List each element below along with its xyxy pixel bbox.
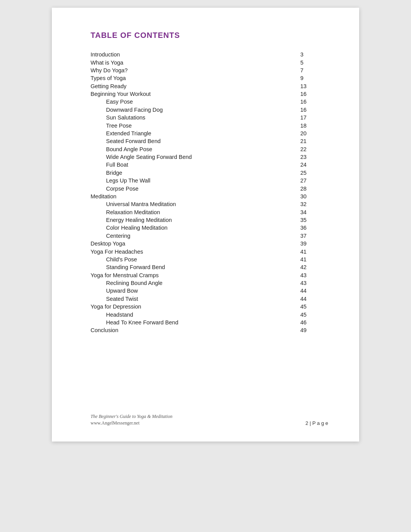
toc-entry-label: Legs Up The Wall [91,177,293,184]
toc-entry-label: Sun Salutations [91,114,293,121]
toc-row: Relaxation Meditation34 [91,208,328,216]
toc-row: Color Healing Meditation36 [91,224,328,232]
toc-row: Full Boat24 [91,161,328,169]
toc-row: Wide Angle Seating Forward Bend23 [91,153,328,161]
toc-entry-page: 16 [293,98,328,106]
toc-entry-page: 30 [293,193,328,200]
toc-entry-page: 41 [293,247,328,255]
toc-entry-label: Beginning Your Workout [91,90,293,98]
toc-entry-label: Why Do Yoga? [91,66,293,74]
toc-row: Centering37 [91,232,328,240]
toc-entry-label: Tree Pose [91,121,293,129]
toc-entry-label: Color Healing Meditation [91,224,293,232]
toc-entry-label: Yoga For Headaches [91,247,293,255]
toc-entry-label: Full Boat [91,161,293,169]
toc-entry-label: Bound Angle Pose [91,145,293,153]
toc-entry-page: 25 [293,169,328,177]
toc-entry-page: 34 [293,208,328,216]
toc-entry-page: 43 [293,279,328,287]
toc-entry-page: 21 [293,137,328,145]
toc-entry-label: Desktop Yoga [91,240,293,247]
toc-entry-page: 5 [293,58,328,66]
toc-entry-page: 23 [293,153,328,161]
toc-row: Desktop Yoga39 [91,240,328,247]
toc-row: Upward Bow44 [91,287,328,295]
toc-entry-label: Centering [91,232,293,240]
toc-entry-label: Downward Facing Dog [91,106,293,114]
toc-entry-page: 44 [293,287,328,295]
toc-entry-page: 13 [293,82,328,90]
toc-table: Introduction3What is Yoga5Why Do Yoga?7T… [91,51,328,334]
toc-entry-label: Energy Healing Meditation [91,216,293,224]
toc-row: Tree Pose18 [91,121,328,129]
toc-entry-label: Seated Forward Bend [91,137,293,145]
toc-entry-page: 16 [293,90,328,98]
toc-entry-page: 44 [293,295,328,303]
toc-entry-page: 9 [293,74,328,82]
toc-entry-label: Extended Triangle [91,130,293,137]
footer-book-title: The Beginner's Guide to Yoga & Meditatio… [91,413,328,420]
toc-entry-page: 17 [293,114,328,121]
toc-entry-label: Upward Bow [91,287,293,295]
toc-row: Types of Yoga9 [91,74,328,82]
toc-row: Easy Pose16 [91,98,328,106]
toc-entry-page: 39 [293,240,328,247]
toc-row: Standing Forward Bend42 [91,263,328,271]
toc-entry-page: 35 [293,216,328,224]
toc-entry-label: Relaxation Meditation [91,208,293,216]
toc-row: Yoga for Depression45 [91,303,328,310]
toc-entry-page: 43 [293,271,328,279]
toc-entry-label: Yoga for Depression [91,303,293,310]
toc-entry-page: 42 [293,263,328,271]
toc-row: Why Do Yoga?7 [91,66,328,74]
toc-entry-label: Child's Pose [91,256,293,263]
toc-row: Reclining Bound Angle43 [91,279,328,287]
toc-entry-page: 22 [293,145,328,153]
toc-entry-page: 20 [293,130,328,137]
toc-row: Child's Pose41 [91,256,328,263]
toc-row: What is Yoga5 [91,58,328,66]
toc-entry-label: Head To Knee Forward Bend [91,319,293,326]
toc-entry-page: 45 [293,303,328,310]
toc-entry-page: 18 [293,121,328,129]
toc-entry-page: 45 [293,310,328,318]
toc-row: Downward Facing Dog16 [91,106,328,114]
toc-entry-page: 28 [293,184,328,192]
toc-row: Legs Up The Wall27 [91,177,328,184]
toc-entry-label: Types of Yoga [91,74,293,82]
toc-row: Seated Twist44 [91,295,328,303]
toc-row: Corpse Pose28 [91,184,328,192]
toc-row: Getting Ready13 [91,82,328,90]
toc-entry-label: Bridge [91,169,293,177]
toc-row: Conclusion49 [91,326,328,334]
toc-entry-label: Reclining Bound Angle [91,279,293,287]
toc-entry-label: What is Yoga [91,58,293,66]
footer: The Beginner's Guide to Yoga & Meditatio… [91,413,328,426]
toc-entry-page: 3 [293,51,328,58]
toc-entry-label: Meditation [91,193,293,200]
toc-row: Universal Mantra Meditation32 [91,200,328,208]
toc-entry-label: Getting Ready [91,82,293,90]
toc-entry-label: Headstand [91,310,293,318]
toc-entry-label: Standing Forward Bend [91,263,293,271]
toc-entry-page: 32 [293,200,328,208]
toc-entry-label: Introduction [91,51,293,58]
toc-entry-page: 7 [293,66,328,74]
toc-row: Yoga For Headaches41 [91,247,328,255]
toc-entry-page: 16 [293,106,328,114]
toc-row: Bridge25 [91,169,328,177]
toc-entry-label: Seated Twist [91,295,293,303]
toc-entry-page: 46 [293,319,328,326]
toc-entry-label: Easy Pose [91,98,293,106]
toc-row: Extended Triangle20 [91,130,328,137]
toc-row: Meditation30 [91,193,328,200]
toc-row: Yoga for Menstrual Cramps43 [91,271,328,279]
toc-entry-page: 36 [293,224,328,232]
toc-row: Headstand45 [91,310,328,318]
footer-url: www.AngelMessenger.net [91,420,328,426]
page-number: 2 | P a g e [305,420,328,426]
toc-entry-label: Corpse Pose [91,184,293,192]
toc-entry-label: Wide Angle Seating Forward Bend [91,153,293,161]
toc-entry-page: 24 [293,161,328,169]
toc-row: Energy Healing Meditation35 [91,216,328,224]
